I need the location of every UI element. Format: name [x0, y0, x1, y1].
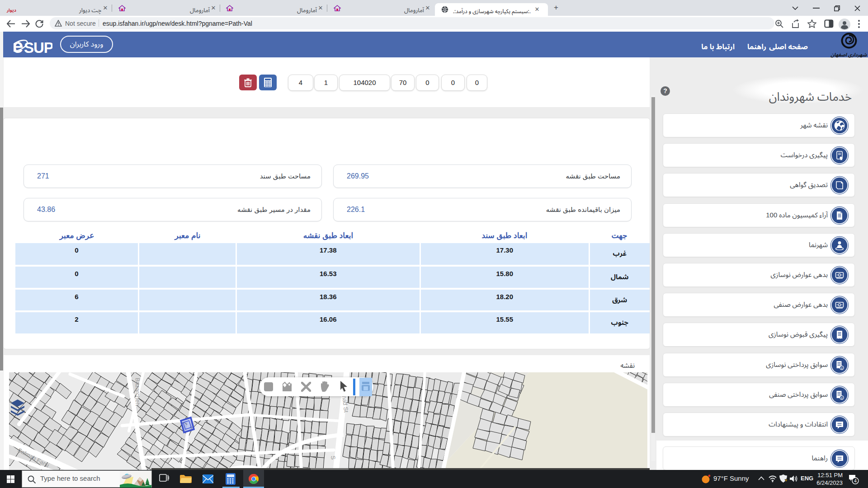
svg-text:x: x — [841, 366, 843, 370]
svg-text:x: x — [841, 396, 843, 400]
svg-text:Bazarcheh: Bazarcheh — [134, 378, 141, 406]
svg-text:!: ! — [786, 479, 787, 482]
svg-text:4: 4 — [854, 479, 857, 483]
svg-text:e: e — [14, 36, 23, 56]
svg-text:SUP: SUP — [24, 39, 52, 56]
